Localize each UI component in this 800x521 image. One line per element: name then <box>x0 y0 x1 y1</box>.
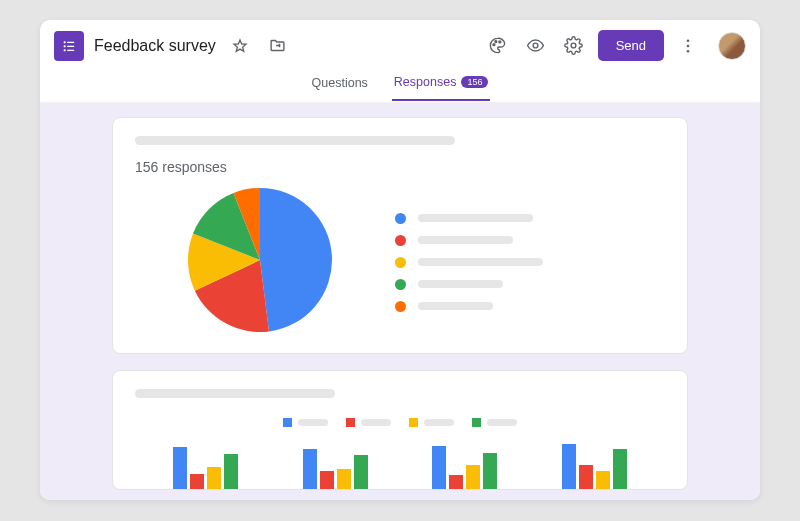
svg-point-10 <box>533 43 538 48</box>
legend-item <box>395 213 543 224</box>
legend-dot-icon <box>395 257 406 268</box>
app-window: Feedback survey Send Questions Responses… <box>40 20 760 500</box>
svg-point-12 <box>687 39 690 42</box>
legend-label-placeholder <box>418 280 503 288</box>
bar <box>224 454 238 489</box>
bar-legend-swatch-icon <box>409 418 418 427</box>
svg-rect-2 <box>64 45 66 47</box>
legend-label-placeholder <box>418 214 533 222</box>
bar-group <box>562 444 627 489</box>
tab-questions[interactable]: Questions <box>310 65 370 101</box>
legend-label-placeholder <box>418 258 543 266</box>
theme-icon[interactable] <box>484 32 512 60</box>
svg-marker-6 <box>234 40 246 51</box>
svg-rect-3 <box>67 45 74 46</box>
bar-group <box>432 446 497 489</box>
tab-responses[interactable]: Responses 156 <box>392 65 491 101</box>
form-title[interactable]: Feedback survey <box>94 37 216 55</box>
pie-slice <box>260 188 332 331</box>
bar-chart <box>135 439 665 489</box>
bar <box>483 453 497 489</box>
bar <box>354 455 368 489</box>
bar <box>190 474 204 489</box>
settings-gear-icon[interactable] <box>560 32 588 60</box>
bar <box>432 446 446 489</box>
svg-point-11 <box>571 43 576 48</box>
forms-logo-icon[interactable] <box>54 31 84 61</box>
preview-eye-icon[interactable] <box>522 32 550 60</box>
bar <box>173 447 187 489</box>
svg-point-9 <box>499 41 501 43</box>
body: 156 responses <box>40 103 760 500</box>
pie-legend <box>395 213 543 312</box>
legend-dot-icon <box>395 235 406 246</box>
svg-point-8 <box>495 41 497 43</box>
tab-responses-label: Responses <box>394 75 457 89</box>
bar-legend-label-placeholder <box>298 419 328 426</box>
bar <box>303 449 317 489</box>
legend-item <box>395 279 543 290</box>
bar-legend-swatch-icon <box>472 418 481 427</box>
legend-dot-icon <box>395 301 406 312</box>
legend-dot-icon <box>395 279 406 290</box>
bar-legend-item <box>472 418 517 427</box>
svg-point-14 <box>687 49 690 52</box>
svg-point-7 <box>493 44 495 46</box>
user-avatar[interactable] <box>718 32 746 60</box>
legend-label-placeholder <box>418 236 513 244</box>
bar-legend-label-placeholder <box>424 419 454 426</box>
bar-group <box>303 449 368 489</box>
bar <box>337 469 351 489</box>
bar-legend-item <box>283 418 328 427</box>
pie-chart <box>185 185 335 335</box>
svg-rect-0 <box>64 41 66 43</box>
legend-label-placeholder <box>418 302 493 310</box>
bar <box>596 471 610 489</box>
legend-item <box>395 301 543 312</box>
legend-item <box>395 235 543 246</box>
bar-legend-swatch-icon <box>346 418 355 427</box>
bar <box>562 444 576 489</box>
legend-item <box>395 257 543 268</box>
legend-dot-icon <box>395 213 406 224</box>
bar-legend <box>135 418 665 427</box>
more-vert-icon[interactable] <box>674 32 702 60</box>
header: Feedback survey Send <box>40 20 760 65</box>
tabs: Questions Responses 156 <box>40 65 760 103</box>
bar-legend-swatch-icon <box>283 418 292 427</box>
summary-card-bar <box>112 370 688 490</box>
bar-legend-label-placeholder <box>487 419 517 426</box>
responses-summary-text: 156 responses <box>135 159 665 175</box>
svg-rect-5 <box>67 49 74 50</box>
move-folder-icon[interactable] <box>264 32 292 60</box>
svg-point-13 <box>687 44 690 47</box>
bar-legend-item <box>346 418 391 427</box>
question-title-placeholder <box>135 136 455 145</box>
question-title-placeholder <box>135 389 335 398</box>
summary-card-pie: 156 responses <box>112 117 688 354</box>
bar <box>613 449 627 489</box>
bar <box>579 465 593 489</box>
svg-rect-1 <box>67 41 74 42</box>
send-button[interactable]: Send <box>598 30 664 61</box>
bar-group <box>173 447 238 489</box>
bar-legend-label-placeholder <box>361 419 391 426</box>
bar <box>449 475 463 489</box>
bar <box>466 465 480 489</box>
bar <box>320 471 334 489</box>
bar <box>207 467 221 489</box>
bar-legend-item <box>409 418 454 427</box>
responses-count-badge: 156 <box>461 76 488 88</box>
svg-rect-4 <box>64 49 66 51</box>
star-icon[interactable] <box>226 32 254 60</box>
